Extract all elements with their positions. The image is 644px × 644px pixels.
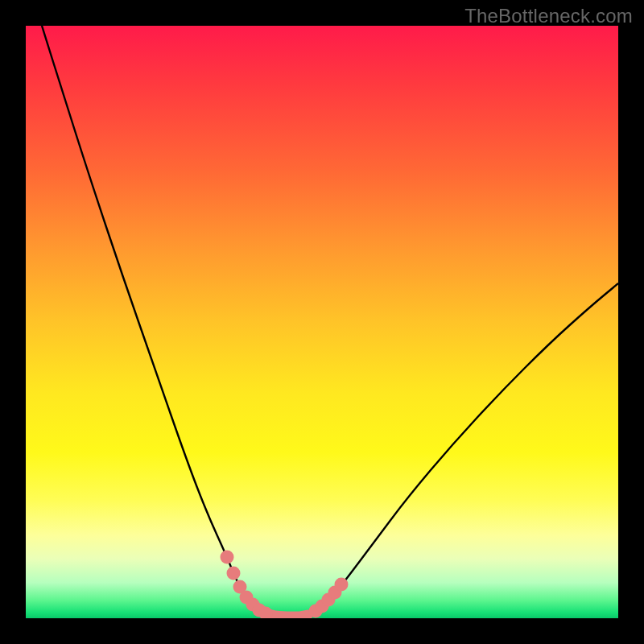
plot-area [26, 26, 618, 618]
right-marker-dots [309, 578, 349, 618]
marker-dot [221, 551, 234, 564]
right-curve [299, 283, 618, 617]
marker-dot [227, 567, 241, 580]
left-marker-dots [221, 551, 273, 619]
watermark-text: TheBottleneck.com [464, 5, 633, 27]
left-curve [42, 26, 283, 617]
marker-dot [335, 578, 349, 592]
chart-frame: TheBottleneck.com [0, 0, 644, 644]
curve-layer [26, 26, 618, 618]
